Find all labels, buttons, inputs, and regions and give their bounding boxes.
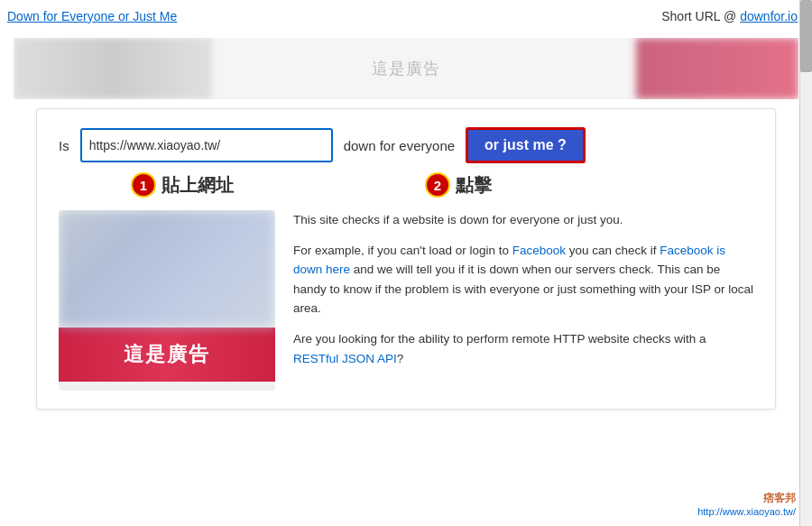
- url-row: Is down for everyone or just me ?: [59, 127, 753, 163]
- watermark-logo: 痞客邦: [697, 491, 796, 506]
- watermark: 痞客邦 http://www.xiaoyao.tw/: [697, 491, 796, 517]
- short-url-area: Short URL @ downfor.io: [661, 9, 798, 23]
- check-button[interactable]: or just me ?: [466, 127, 586, 163]
- down-for-label: down for everyone: [344, 138, 455, 153]
- ad-blur-left: [14, 38, 212, 99]
- desc-para2: For example, if you can't load or login …: [293, 241, 753, 318]
- desc-para3: Are you looking for the ability to perfo…: [293, 329, 753, 368]
- annotation-step2: 2 點擊: [425, 172, 492, 198]
- is-label: Is: [59, 138, 69, 153]
- ad-left: 這是廣告: [59, 210, 275, 391]
- step1-text: 貼上網址: [161, 173, 234, 198]
- url-input[interactable]: [80, 128, 333, 162]
- scrollbar[interactable]: [799, 0, 812, 526]
- annotation-step1: 1 貼上網址: [131, 172, 234, 198]
- step1-badge: 1: [131, 172, 156, 198]
- short-url-link[interactable]: downfor.io: [740, 9, 798, 23]
- header: Down for Everyone or Just Me Short URL @…: [0, 0, 812, 31]
- main-card: Is down for everyone or just me ? 1 貼上網址…: [36, 108, 776, 410]
- ad-left-label: 這是廣告: [124, 341, 210, 368]
- lower-section: 這是廣告 This site checks if a website is do…: [59, 210, 753, 391]
- annotations-row: 1 貼上網址 2 點擊: [59, 172, 753, 198]
- short-url-label: Short URL @: [661, 9, 736, 23]
- ad-left-bottom: 這是廣告: [59, 328, 275, 382]
- description-block: This site checks if a website is down fo…: [293, 210, 753, 391]
- site-title-link[interactable]: Down for Everyone or Just Me: [7, 9, 177, 23]
- step2-badge: 2: [425, 172, 450, 198]
- step2-text: 點擊: [456, 173, 492, 198]
- desc-para1: This site checks if a website is down fo…: [293, 210, 753, 230]
- facebook-link1[interactable]: Facebook: [512, 244, 566, 257]
- ad-left-top-blur: [59, 210, 275, 328]
- watermark-url: http://www.xiaoyao.tw/: [697, 506, 796, 517]
- api-link[interactable]: RESTful JSON API: [293, 352, 397, 365]
- ad-top-label: 這是廣告: [372, 58, 440, 79]
- ad-banner-top: 這是廣告: [14, 38, 798, 99]
- scrollbar-thumb[interactable]: [800, 0, 812, 72]
- ad-blur-right: [636, 38, 798, 99]
